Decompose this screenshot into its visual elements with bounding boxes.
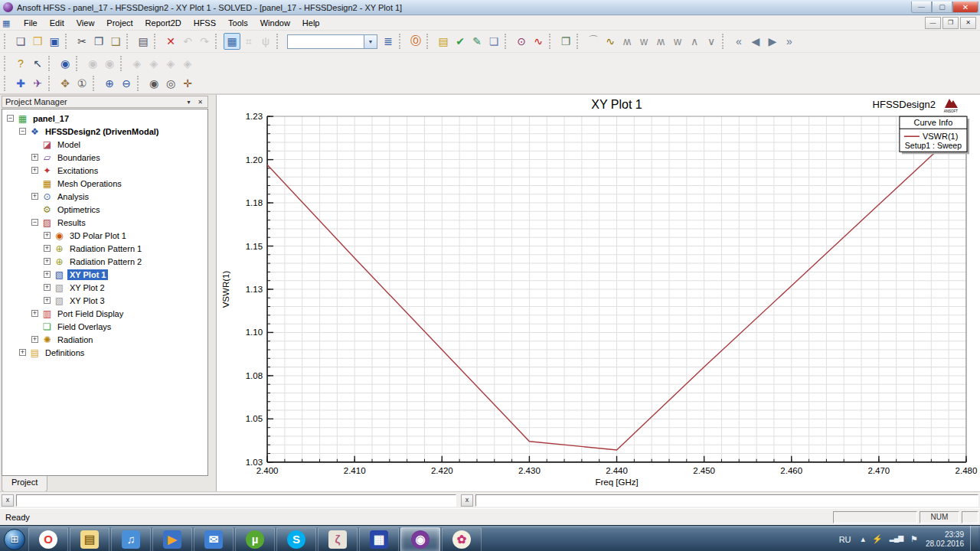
- tree-item-port-field-display[interactable]: +▥Port Field Display: [4, 307, 207, 320]
- wave-report-4-button[interactable]: w: [635, 33, 652, 50]
- pan-button[interactable]: ✥: [57, 75, 74, 92]
- tree-item-mesh-operations[interactable]: ▦Mesh Operations: [4, 177, 207, 190]
- expand-icon[interactable]: +: [44, 232, 51, 239]
- progress-strip[interactable]: [475, 494, 978, 507]
- edit-sources-button[interactable]: ≣: [380, 33, 397, 50]
- paste-button[interactable]: ❑: [107, 33, 124, 50]
- tip-of-day-button[interactable]: ?: [12, 55, 29, 72]
- wave-report-5-button[interactable]: ʍ: [652, 33, 669, 50]
- taskbar-paint-button[interactable]: ✿: [442, 527, 482, 551]
- message-manager-strip[interactable]: [16, 494, 456, 507]
- wave-report-1-button[interactable]: ⌒: [585, 33, 602, 50]
- copy-button[interactable]: ❐: [90, 33, 107, 50]
- expand-icon[interactable]: +: [44, 245, 51, 252]
- cut-button[interactable]: ✂: [74, 33, 90, 50]
- expand-icon[interactable]: +: [31, 193, 38, 200]
- project-manager-header[interactable]: Project Manager ▾ ✕: [2, 96, 208, 108]
- menu-tools[interactable]: Tools: [222, 17, 254, 29]
- verify-button[interactable]: ✔: [452, 33, 469, 50]
- show-visibility-button[interactable]: ◉: [57, 55, 74, 72]
- next-frame-button[interactable]: ▶: [764, 33, 781, 50]
- tree-item-xy-plot-2[interactable]: +▧XY Plot 2: [4, 281, 207, 294]
- menu-help[interactable]: Help: [296, 17, 326, 29]
- tree-item-results[interactable]: −▨Results: [4, 216, 207, 229]
- previous-frame-button[interactable]: ◀: [747, 33, 764, 50]
- tree-item-xy-plot-1[interactable]: +▧XY Plot 1: [4, 268, 207, 281]
- fields-button[interactable]: ✎: [469, 33, 485, 50]
- taskbar-mail-button[interactable]: ✉: [194, 527, 234, 551]
- menu-hfss[interactable]: HFSS: [188, 17, 222, 29]
- menu-edit[interactable]: Edit: [44, 17, 70, 29]
- collapse-icon[interactable]: −: [19, 128, 26, 135]
- zoom-out-button[interactable]: ⊖: [118, 75, 135, 92]
- expand-icon[interactable]: +: [31, 167, 38, 174]
- menu-window[interactable]: Window: [254, 17, 296, 29]
- restore-button[interactable]: ▢: [932, 2, 952, 13]
- design-selector-combo[interactable]: ▼: [287, 34, 377, 49]
- xy-plot-window[interactable]: 2.4002.4102.4202.4302.4402.4502.4602.470…: [216, 95, 980, 491]
- expand-icon[interactable]: +: [44, 284, 51, 291]
- taskbar-save-tool-button[interactable]: ▦: [359, 527, 399, 551]
- network-icon[interactable]: ▂▄▆: [886, 534, 906, 544]
- expand-icon[interactable]: +: [31, 310, 38, 317]
- expand-icon[interactable]: +: [31, 154, 38, 161]
- first-frame-button[interactable]: «: [730, 33, 747, 50]
- wave-report-7-button[interactable]: ∧: [686, 33, 703, 50]
- menu-project[interactable]: Project: [100, 17, 139, 29]
- mdi-minimize-button[interactable]: —: [925, 17, 941, 29]
- solution-data-button[interactable]: ▤: [435, 33, 452, 50]
- panel-dropdown-icon[interactable]: ▾: [183, 96, 194, 107]
- tree-item-radiation[interactable]: +✺Radiation: [4, 333, 207, 346]
- minimize-button[interactable]: —: [911, 2, 932, 13]
- expand-icon[interactable]: +: [44, 258, 51, 265]
- menu-view[interactable]: View: [70, 17, 101, 29]
- taskbar-graphics-tool-button[interactable]: ζ: [318, 527, 358, 551]
- taskbar-clock[interactable]: 23:39 28.02.2016: [921, 530, 970, 549]
- collapse-icon[interactable]: −: [7, 115, 14, 122]
- fit-all-button[interactable]: ◉: [145, 75, 162, 92]
- print-button[interactable]: ▤: [135, 33, 152, 50]
- new-file-button[interactable]: ❏: [12, 33, 29, 50]
- pan-mode-button[interactable]: ▦: [224, 33, 240, 50]
- last-frame-button[interactable]: »: [781, 33, 798, 50]
- expand-icon[interactable]: +: [19, 349, 26, 356]
- tree-item-boundaries[interactable]: +▱Boundaries: [4, 151, 207, 164]
- mdi-close-button[interactable]: ✕: [960, 17, 976, 29]
- start-button[interactable]: ⊞: [2, 527, 28, 551]
- tree-item-hfssdesign2[interactable]: −❖HFSSDesign2 (DrivenModal): [4, 125, 207, 138]
- tree-item-xy-plot-3[interactable]: +▧XY Plot 3: [4, 294, 207, 307]
- action-center-icon[interactable]: ⚑: [906, 534, 921, 544]
- panel-close-icon[interactable]: ✕: [194, 96, 206, 107]
- delete-button[interactable]: ✕: [162, 33, 179, 50]
- fit-selection-button[interactable]: ◎: [162, 75, 179, 92]
- tab-project[interactable]: Project: [2, 476, 47, 492]
- show-desktop-button[interactable]: [970, 526, 978, 551]
- dynamic-zoom-button[interactable]: ①: [74, 75, 90, 92]
- wave-report-8-button[interactable]: ∨: [703, 33, 720, 50]
- menu-report2d[interactable]: Report2D: [139, 17, 188, 29]
- wave-report-6-button[interactable]: w: [669, 33, 686, 50]
- taskbar-media-player-button[interactable]: ▶: [152, 527, 192, 551]
- progress-close-icon[interactable]: x: [461, 494, 473, 507]
- tree-item-model[interactable]: ◪Model: [4, 138, 207, 151]
- menu-file[interactable]: File: [18, 17, 44, 29]
- taskbar-opera-button[interactable]: O: [28, 527, 68, 551]
- message-manager-close-icon[interactable]: x: [2, 494, 14, 507]
- tree-item-radiation-pattern-2[interactable]: +⊕Radiation Pattern 2: [4, 255, 207, 268]
- tree-item-panel-17[interactable]: −▦panel_17: [4, 112, 207, 125]
- power-icon[interactable]: ⚡: [868, 534, 886, 544]
- tree-item-definitions[interactable]: +▤Definitions: [4, 346, 207, 359]
- tree-item-analysis[interactable]: +⊙Analysis: [4, 190, 207, 203]
- language-indicator[interactable]: RU: [833, 535, 858, 544]
- coordinate-axes-button[interactable]: ✛: [179, 75, 196, 92]
- mdi-restore-button[interactable]: ❐: [942, 17, 959, 29]
- tree-item-radiation-pattern-1[interactable]: +⊕Radiation Pattern 1: [4, 242, 207, 255]
- mdi-system-icon[interactable]: ▦: [2, 18, 13, 28]
- taskbar-volume-button[interactable]: ♫: [111, 527, 151, 551]
- combo-dropdown-icon[interactable]: ▼: [364, 35, 377, 48]
- title-bar[interactable]: Ansoft HFSS - panel_17 - HFSSDesign2 - X…: [0, 0, 980, 15]
- hidden-icons-chevron[interactable]: ▴: [858, 534, 869, 544]
- context-help-button[interactable]: ↖: [29, 55, 46, 72]
- taskbar-utorrent-button[interactable]: µ: [235, 527, 275, 551]
- wave-report-2-button[interactable]: ∿: [602, 33, 619, 50]
